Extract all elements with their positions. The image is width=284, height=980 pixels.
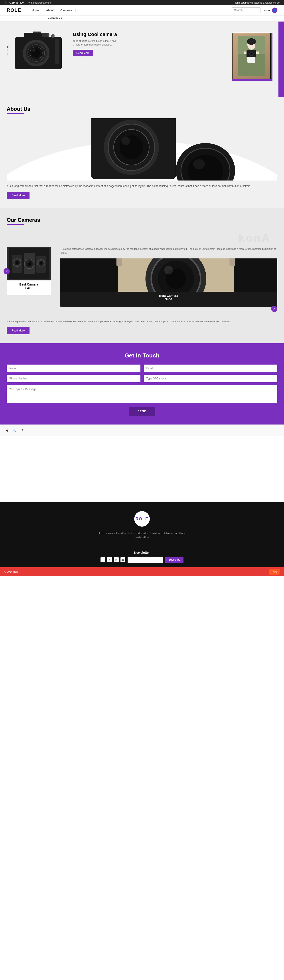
about-title-underline	[7, 113, 24, 114]
svg-rect-60	[229, 258, 235, 266]
carousel-next-button[interactable]: >	[271, 306, 277, 312]
nav-about[interactable]: About	[44, 9, 56, 12]
camera-card-2-image	[60, 258, 277, 292]
taskbar-search-icon[interactable]: 🔍	[12, 428, 17, 433]
svg-point-45	[27, 261, 29, 263]
social-icon-instagram[interactable]: 📷	[121, 557, 125, 562]
blank-area	[0, 436, 284, 502]
marquee-text: long established fact that a reader will…	[235, 2, 279, 4]
phone-icon: 📞	[5, 1, 8, 4]
user-icon[interactable]: 👤	[272, 8, 277, 13]
camera-card-1-body: Best Camera $400	[7, 280, 51, 292]
nav-cameras[interactable]: Cameras	[59, 9, 74, 12]
footer-logo: ROLE	[136, 517, 148, 521]
cameras-right: It is a long established fact that a rea…	[60, 247, 277, 315]
svg-point-7	[32, 49, 35, 52]
taskbar-back-icon[interactable]: ◀	[5, 428, 9, 433]
email-info: ✉ demo@gmail.com	[28, 1, 51, 4]
contact-message-textarea[interactable]	[7, 385, 277, 403]
hero-dot-1[interactable]	[7, 46, 8, 48]
cameras-title: Our Cameras	[7, 217, 277, 223]
nav-home[interactable]: Home	[30, 9, 41, 12]
hero-camera-svg	[13, 28, 66, 73]
email-icon: ✉	[28, 1, 30, 4]
carousel-prev-button[interactable]: <	[3, 268, 10, 274]
cameras-title-underline	[7, 224, 24, 225]
newsletter-row: f t in 📷 Subscribe	[100, 557, 183, 563]
camera-card-2-body: Best Camera $400	[60, 292, 277, 303]
social-icon-linkedin[interactable]: in	[114, 557, 119, 562]
footer-logo-circle: ROLE	[134, 511, 150, 527]
footer-description: It is a long established fact that a rea…	[98, 531, 186, 539]
hero-title: Using Cool camera	[73, 32, 225, 37]
phone-number: +1234567890	[9, 2, 24, 4]
taskbar-up-icon[interactable]: ⬆	[20, 428, 24, 433]
social-icon-facebook[interactable]: f	[100, 557, 105, 562]
svg-point-31	[122, 137, 130, 145]
svg-point-40	[16, 261, 18, 264]
footer-bottom-bar: © 2024 Role 下载	[0, 567, 284, 576]
cameras-layout: Best Camera $400 < It is a long establis…	[7, 247, 277, 315]
top-bar: 📞 +1234567890 ✉ demo@gmail.com long esta…	[0, 0, 284, 5]
svg-point-21	[250, 52, 253, 55]
nav-contact[interactable]: Contact Us	[48, 16, 62, 19]
contact-camera-type-input[interactable]	[144, 375, 278, 382]
email-address: demo@gmail.com	[31, 2, 51, 4]
about-read-more-button[interactable]: Read More	[7, 192, 30, 199]
newsletter-email-input[interactable]	[128, 557, 163, 563]
watermark-text: konA	[238, 232, 271, 245]
nav-sep-2: |	[57, 8, 57, 12]
cameras-read-more-button[interactable]: Read More	[7, 327, 30, 334]
dark-camera-svg	[60, 258, 277, 292]
hero-content: Using Cool camera point of using Lorem i…	[13, 28, 271, 79]
cameras-section: Our Cameras konA	[0, 208, 284, 343]
about-camera-svg	[7, 118, 277, 180]
contact-phone-input[interactable]	[7, 375, 140, 382]
nav-right: Login 👤	[232, 7, 277, 13]
nav-logo: ROLE	[7, 7, 21, 13]
svg-point-49	[40, 262, 42, 264]
cameras-bottom-text: It is a long established fact that a rea…	[7, 320, 277, 324]
hero-right-image	[232, 33, 271, 79]
svg-rect-8	[55, 39, 59, 64]
login-button[interactable]: Login	[263, 9, 270, 12]
contact-name-input[interactable]	[7, 364, 140, 372]
svg-point-57	[164, 266, 173, 274]
person-camera-svg	[238, 36, 265, 76]
hero-dot-3[interactable]	[7, 53, 8, 55]
cameras-detail-text: It is a long established fact that a rea…	[60, 247, 277, 255]
hero-description: point of using Lorem ipsum is that it ha…	[73, 39, 117, 46]
svg-rect-1	[24, 33, 42, 38]
contact-form-row-2	[7, 375, 277, 382]
nav-sep-1: |	[42, 8, 43, 12]
about-section: About Us It is a long established fact t…	[0, 97, 284, 208]
footer-download-button[interactable]: 下载	[269, 569, 279, 574]
camera-card-1: Best Camera $400	[7, 247, 51, 295]
about-image-container	[7, 118, 277, 180]
hero-dots	[7, 46, 8, 55]
phone-info: 📞 +1234567890	[5, 1, 24, 4]
svg-rect-59	[116, 258, 122, 266]
camera-card-1-image	[7, 247, 51, 280]
about-body-text: It is a long established fact that a rea…	[7, 184, 277, 188]
nav-links: Home | About | Cameras |	[30, 8, 229, 12]
about-title: About Us	[7, 106, 277, 112]
svg-rect-11	[42, 33, 48, 37]
hero-read-more-button[interactable]: Read More	[73, 50, 93, 56]
contact-email-input[interactable]	[144, 364, 278, 372]
cameras-left: Best Camera $400 <	[7, 247, 56, 295]
subscribe-button[interactable]: Subscribe	[165, 557, 183, 563]
newsletter-title: Newsletter	[134, 551, 150, 554]
svg-point-22	[247, 38, 256, 45]
contact-section: Get In Touch SEND	[0, 343, 284, 425]
contact-send-button[interactable]: SEND	[129, 407, 155, 415]
contact-title: Get In Touch	[7, 352, 277, 359]
svg-point-9	[51, 34, 55, 38]
camera-card-2-name: Best Camera	[63, 294, 274, 298]
hero-section: Using Cool camera point of using Lorem i…	[0, 22, 284, 97]
svg-rect-12	[33, 32, 41, 33]
hero-camera-wrap	[13, 28, 66, 73]
hero-dot-2[interactable]	[7, 49, 8, 51]
search-input[interactable]	[232, 7, 260, 13]
social-icon-twitter[interactable]: t	[107, 557, 112, 562]
